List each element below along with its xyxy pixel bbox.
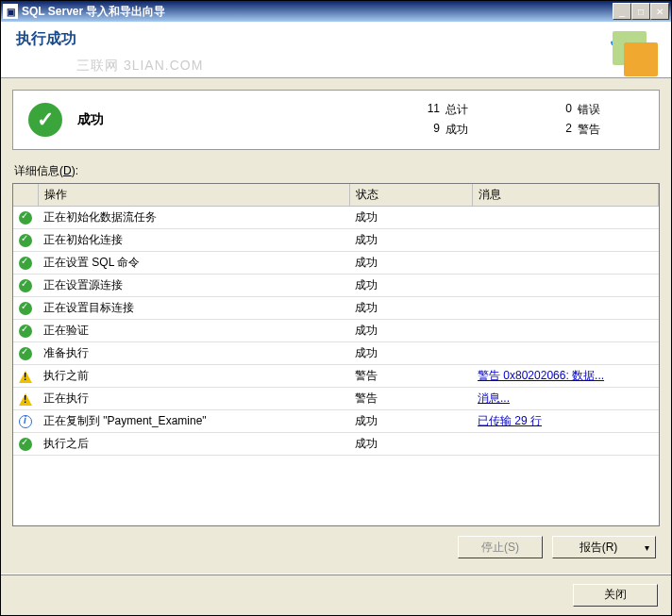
- stat-error: 0错误: [549, 102, 644, 118]
- window-controls: _ □ ✕: [613, 3, 669, 20]
- success-icon: [28, 103, 62, 137]
- cell-status: 成功: [349, 433, 472, 456]
- page-title: 执行成功: [16, 29, 76, 49]
- cell-operation: 正在设置源连接: [38, 275, 349, 297]
- cell-status: 成功: [349, 275, 472, 297]
- success-icon: [19, 279, 32, 292]
- cell-status: 警告: [349, 388, 472, 410]
- message-link[interactable]: 警告 0x80202066: 数据...: [478, 369, 604, 382]
- action-button-row: 停止(S) 报告(R): [12, 526, 660, 562]
- table-row[interactable]: 正在执行警告消息...: [13, 388, 659, 410]
- stop-button[interactable]: 停止(S): [458, 536, 543, 558]
- cell-operation: 正在初始化数据流任务: [38, 207, 349, 229]
- table-row[interactable]: 正在设置 SQL 命令成功: [13, 252, 659, 275]
- minimize-button[interactable]: _: [613, 3, 631, 20]
- col-icon[interactable]: [13, 184, 38, 207]
- cell-message: [472, 297, 659, 320]
- table-row[interactable]: 正在复制到 "Payment_Examine"成功已传输 29 行: [13, 410, 659, 433]
- cell-status: 警告: [349, 365, 472, 388]
- success-icon: [19, 325, 32, 338]
- cell-operation: 正在执行: [38, 388, 349, 410]
- cell-status: 成功: [349, 229, 472, 252]
- cell-status: 成功: [349, 320, 472, 342]
- success-icon: [19, 234, 32, 247]
- message-link[interactable]: 已传输 29 行: [478, 414, 542, 427]
- warning-icon: [19, 371, 32, 383]
- cell-status: 成功: [349, 297, 472, 320]
- stat-warn: 2警告: [549, 122, 644, 138]
- table-row[interactable]: 执行之后成功: [13, 433, 659, 456]
- warning-icon: [19, 393, 32, 406]
- stat-success: 9成功: [417, 122, 512, 138]
- cell-message: 已传输 29 行: [472, 410, 659, 433]
- close-wizard-button[interactable]: 关闭: [573, 584, 658, 607]
- table-row[interactable]: 准备执行成功: [13, 342, 659, 365]
- cell-message: [472, 229, 659, 252]
- cell-operation: 正在验证: [38, 320, 349, 342]
- details-grid[interactable]: 操作 状态 消息 正在初始化数据流任务成功正在初始化连接成功正在设置 SQL 命…: [12, 183, 660, 526]
- success-icon: [19, 257, 32, 270]
- table-row[interactable]: 执行之前警告警告 0x80202066: 数据...: [13, 365, 659, 388]
- col-status[interactable]: 状态: [349, 184, 472, 207]
- table-row[interactable]: 正在设置源连接成功: [13, 275, 659, 297]
- cell-message: [472, 433, 659, 456]
- cell-operation: 执行之前: [38, 365, 349, 388]
- titlebar[interactable]: ▣ SQL Server 导入和导出向导 _ □ ✕: [1, 1, 671, 22]
- table-row[interactable]: 正在验证成功: [13, 320, 659, 342]
- cell-message: 警告 0x80202066: 数据...: [472, 365, 659, 388]
- details-label: 详细信息(D):: [14, 163, 660, 179]
- cell-status: 成功: [349, 207, 472, 229]
- col-message[interactable]: 消息: [472, 184, 659, 207]
- report-button[interactable]: 报告(R): [552, 536, 656, 558]
- content-area: 成功 11总计 9成功 0错误 2警告 详细信息(D): 操: [1, 78, 671, 574]
- table-row[interactable]: 正在设置目标连接成功: [13, 297, 659, 320]
- cell-operation: 正在设置 SQL 命令: [38, 252, 349, 275]
- cell-operation: 正在设置目标连接: [38, 297, 349, 320]
- cell-message: [472, 207, 659, 229]
- maximize-button[interactable]: □: [631, 3, 650, 20]
- cell-status: 成功: [349, 252, 472, 275]
- header-decoration: [607, 25, 664, 75]
- watermark-text: 三联网 3LIAN.COM: [76, 58, 203, 75]
- success-icon: [19, 347, 32, 360]
- window-title: SQL Server 导入和导出向导: [22, 4, 613, 20]
- summary-title: 成功: [77, 111, 417, 128]
- info-icon: [19, 415, 32, 428]
- wizard-window: ▣ SQL Server 导入和导出向导 _ □ ✕ 执行成功 三联网 3LIA…: [0, 0, 672, 616]
- cell-message: 消息...: [472, 388, 659, 410]
- header-banner: 执行成功 三联网 3LIAN.COM ✓: [1, 22, 671, 78]
- cell-message: [472, 275, 659, 297]
- cell-message: [472, 252, 659, 275]
- close-button[interactable]: ✕: [650, 3, 669, 20]
- cell-operation: 正在复制到 "Payment_Examine": [38, 410, 349, 433]
- message-link[interactable]: 消息...: [478, 391, 510, 405]
- footer-bar: 关闭: [1, 574, 671, 615]
- cell-operation: 准备执行: [38, 342, 349, 365]
- cell-status: 成功: [349, 342, 472, 365]
- stat-total: 11总计: [417, 102, 512, 118]
- summary-stats: 11总计 9成功 0错误 2警告: [417, 102, 644, 138]
- stats-left-col: 11总计 9成功: [417, 102, 512, 138]
- table-row[interactable]: 正在初始化连接成功: [13, 229, 659, 252]
- details-table: 操作 状态 消息 正在初始化数据流任务成功正在初始化连接成功正在设置 SQL 命…: [13, 184, 659, 456]
- cell-status: 成功: [349, 410, 472, 433]
- success-icon: [19, 211, 32, 225]
- app-icon: ▣: [3, 4, 18, 19]
- success-icon: [19, 438, 32, 451]
- table-row[interactable]: 正在初始化数据流任务成功: [13, 207, 659, 229]
- cell-operation: 执行之后: [38, 433, 349, 456]
- success-icon: [19, 302, 32, 315]
- deco-square-orange: [624, 42, 658, 76]
- cell-operation: 正在初始化连接: [38, 229, 349, 252]
- cell-message: [472, 342, 659, 365]
- cell-message: [472, 320, 659, 342]
- col-operation[interactable]: 操作: [38, 184, 349, 207]
- summary-box: 成功 11总计 9成功 0错误 2警告: [12, 90, 660, 150]
- stats-right-col: 0错误 2警告: [549, 102, 644, 138]
